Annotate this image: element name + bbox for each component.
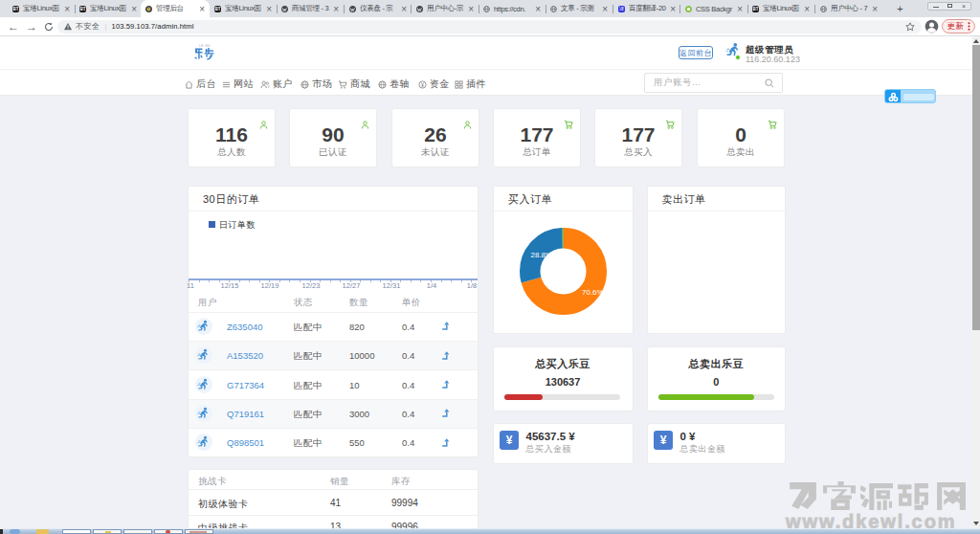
svg-text:70.6%: 70.6% [582,288,604,297]
svg-text:28.8%: 28.8% [531,251,553,259]
